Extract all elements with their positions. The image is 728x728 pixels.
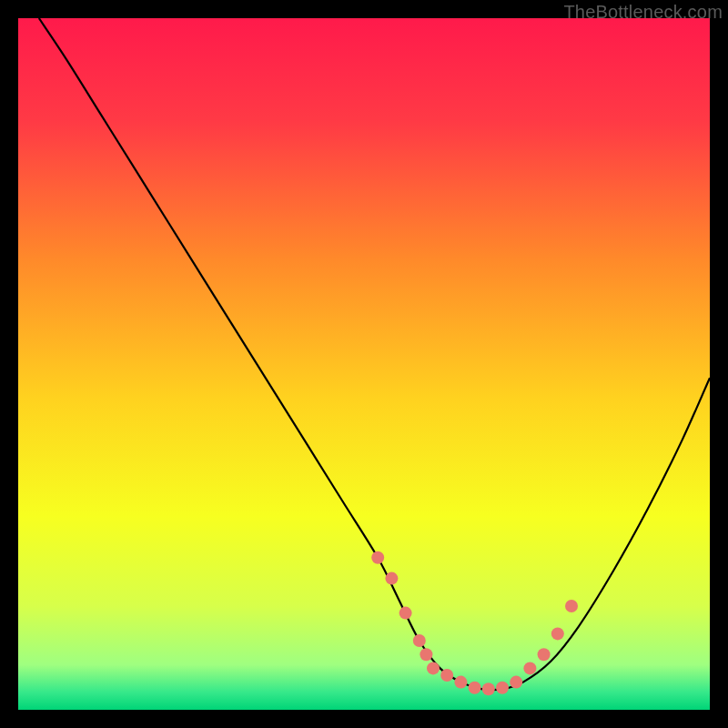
attribution-text: TheBottleneck.com bbox=[563, 2, 723, 23]
highlight-dot bbox=[440, 669, 453, 682]
highlight-dot bbox=[420, 648, 432, 661]
highlight-dot bbox=[413, 634, 426, 647]
highlight-dot bbox=[427, 662, 440, 674]
highlight-dot bbox=[469, 682, 481, 694]
highlight-dot bbox=[399, 607, 412, 620]
highlight-dot bbox=[565, 600, 578, 612]
highlight-dot bbox=[551, 627, 564, 640]
highlight-dot bbox=[510, 676, 522, 689]
highlight-dot bbox=[496, 682, 509, 694]
highlight-dot bbox=[454, 676, 467, 689]
bottleneck-chart bbox=[18, 18, 710, 710]
highlight-dot bbox=[371, 551, 384, 564]
highlight-dot bbox=[482, 682, 495, 695]
highlight-dot bbox=[538, 648, 551, 661]
chart-frame bbox=[18, 18, 710, 710]
highlight-dot bbox=[523, 662, 536, 674]
highlight-dot bbox=[385, 572, 398, 585]
gradient-background bbox=[18, 18, 710, 710]
